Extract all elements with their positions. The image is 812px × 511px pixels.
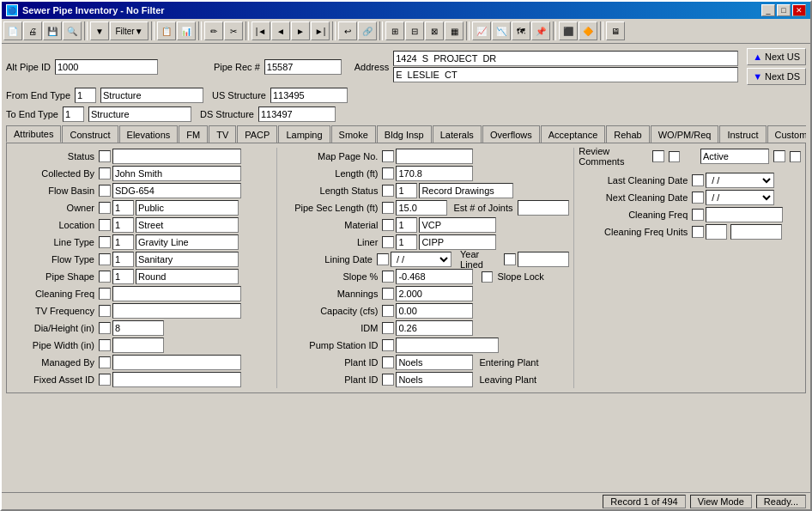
next-ds-button[interactable]: ▼ Next DS [747, 68, 806, 85]
idm-input[interactable] [396, 320, 473, 336]
line-type-num[interactable] [112, 234, 134, 250]
mannings-input[interactable] [396, 286, 473, 301]
tb-icon7[interactable]: ⊞ [385, 21, 404, 40]
liner-num[interactable] [396, 234, 417, 250]
tab-construct[interactable]: Construct [62, 125, 118, 143]
tb-nav-next[interactable]: ► [291, 21, 310, 40]
maximize-button[interactable]: □ [777, 4, 791, 16]
pipe-shape-num[interactable] [112, 269, 134, 284]
cleaning-freq-input[interactable] [112, 286, 241, 301]
cleaning-freq-units-num[interactable] [706, 224, 727, 240]
from-end-num[interactable] [75, 88, 96, 103]
tb-filter-btn[interactable]: ▼ [90, 21, 109, 40]
tab-lamping[interactable]: Lamping [278, 125, 330, 143]
slope-lock-checkbox[interactable] [482, 271, 493, 283]
tb-icon15[interactable]: ⬛ [559, 21, 578, 40]
tb-dropdown-btn[interactable]: Filter▼ [110, 21, 148, 40]
tab-acceptance[interactable]: Acceptance [541, 125, 605, 143]
tab-laterals[interactable]: Laterals [433, 125, 482, 143]
tb-nav-first[interactable]: |◄ [251, 21, 270, 40]
material-input[interactable] [419, 217, 496, 233]
tab-pacp[interactable]: PACP [237, 125, 277, 143]
material-num[interactable] [396, 217, 417, 233]
tb-icon17[interactable]: 🖥 [606, 21, 625, 40]
minimize-button[interactable]: _ [761, 4, 775, 16]
status-input[interactable] [112, 149, 241, 164]
tab-fm[interactable]: FM [179, 125, 208, 143]
map-page-input[interactable] [396, 149, 473, 164]
tb-icon6[interactable]: 🔗 [358, 21, 377, 40]
tab-tv[interactable]: TV [209, 125, 236, 143]
liner-input[interactable] [419, 234, 496, 250]
length-status-num[interactable] [396, 183, 417, 198]
line-type-input[interactable] [136, 234, 239, 250]
ds-structure-input[interactable] [258, 106, 336, 122]
tb-save-btn[interactable]: 💾 [43, 21, 62, 40]
tab-custom[interactable]: Custom [767, 125, 807, 143]
next-us-button[interactable]: ▲ Next US [747, 48, 806, 65]
cleaning-freq-units-input[interactable] [730, 224, 782, 240]
next-cleaning-input[interactable]: / / [706, 190, 774, 205]
tb-icon2[interactable]: 📊 [177, 21, 196, 40]
pipe-width-input[interactable] [112, 338, 164, 353]
tb-nav-prev[interactable]: ◄ [271, 21, 290, 40]
tv-freq-input[interactable] [112, 303, 241, 319]
address2-input[interactable] [393, 67, 738, 82]
active-checkbox[interactable] [790, 151, 801, 162]
tb-icon10[interactable]: ▦ [445, 21, 464, 40]
tb-icon13[interactable]: 🗺 [512, 21, 530, 40]
flow-basin-input[interactable] [112, 183, 241, 198]
managed-by-input[interactable] [112, 355, 241, 370]
tb-icon1[interactable]: 📋 [157, 21, 176, 40]
us-structure-input[interactable] [270, 88, 348, 103]
active-input[interactable] [700, 149, 769, 164]
address1-input[interactable] [393, 51, 738, 66]
pipe-sec-input[interactable] [396, 200, 447, 216]
tb-icon5[interactable]: ↩ [338, 21, 357, 40]
pump-station-input[interactable] [396, 338, 499, 353]
tb-print-btn[interactable]: 🖨 [23, 21, 42, 40]
tb-icon11[interactable]: 📈 [472, 21, 491, 40]
tab-rehab[interactable]: Rehab [606, 125, 649, 143]
close-button[interactable]: ✕ [792, 4, 806, 16]
flow-type-num[interactable] [112, 252, 134, 267]
tb-icon14[interactable]: 📌 [531, 21, 550, 40]
tb-nav-last[interactable]: ►| [311, 21, 330, 40]
flow-type-input[interactable] [136, 252, 239, 267]
cleaning-freq-right-input[interactable] [706, 207, 783, 222]
owner-input[interactable] [136, 200, 239, 216]
tab-bldg-insp[interactable]: Bldg Insp [377, 125, 432, 143]
owner-num[interactable] [112, 200, 134, 216]
location-num[interactable] [112, 217, 134, 233]
pipe-shape-input[interactable] [136, 269, 239, 284]
tab-instruct[interactable]: Instruct [719, 125, 766, 143]
tb-icon12[interactable]: 📉 [492, 21, 511, 40]
last-cleaning-input[interactable]: / / [706, 173, 774, 188]
alt-pipe-id-input[interactable] [55, 59, 158, 75]
lining-date-input[interactable]: / / [391, 252, 451, 267]
fixed-asset-input[interactable] [112, 372, 241, 387]
pipe-rec-input[interactable] [264, 59, 342, 75]
tb-search-btn[interactable]: 🔍 [63, 21, 82, 40]
tab-smoke[interactable]: Smoke [331, 125, 376, 143]
review-comments-checkbox[interactable] [669, 151, 680, 162]
to-end-num[interactable] [63, 106, 84, 122]
from-end-value[interactable] [100, 88, 203, 103]
tb-icon9[interactable]: ⊠ [425, 21, 444, 40]
tb-icon8[interactable]: ⊟ [405, 21, 424, 40]
location-input[interactable] [136, 217, 239, 233]
slope-input[interactable] [396, 269, 473, 284]
year-lined-input[interactable] [518, 252, 569, 267]
tb-icon4[interactable]: ✂ [224, 21, 243, 40]
capacity-input[interactable] [396, 303, 473, 319]
tab-attributes[interactable]: Attributes [6, 125, 61, 143]
to-end-value[interactable] [88, 106, 191, 122]
collected-by-input[interactable] [112, 166, 241, 181]
tb-icon3[interactable]: ✏ [204, 21, 223, 40]
tab-overflows[interactable]: Overflows [482, 125, 540, 143]
tab-elevations[interactable]: Elevations [119, 125, 179, 143]
est-joints-input[interactable] [518, 200, 569, 216]
tb-new-btn[interactable]: 📄 [3, 21, 22, 40]
plant-id2-input[interactable] [396, 372, 473, 387]
dia-height-input[interactable] [112, 320, 164, 336]
